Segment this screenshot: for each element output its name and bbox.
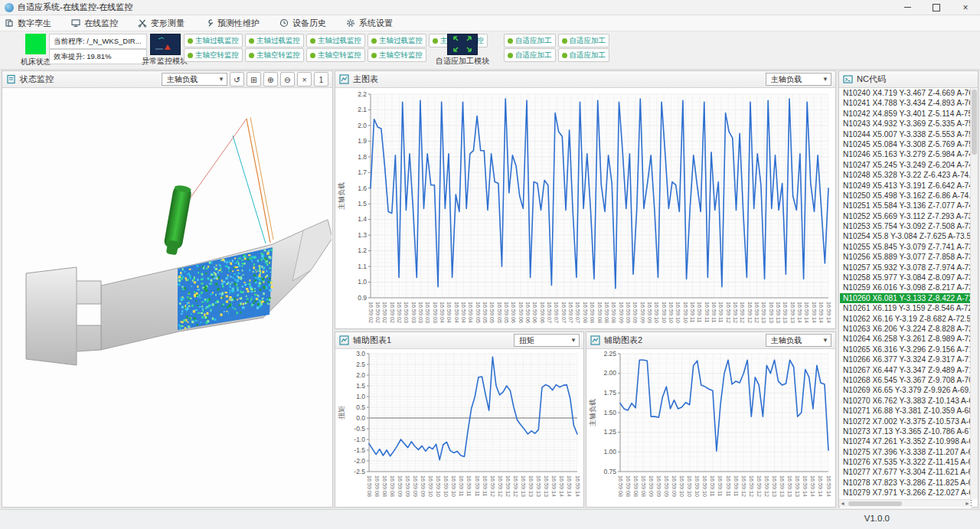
adaptive-machining-button-4[interactable]: 自适应加工 [558, 48, 610, 62]
menu-item-3[interactable]: 变形测量 [138, 18, 185, 29]
nc-line[interactable]: N10274 X7.261 Y-3.352 Z-10.998 A-66.67 [840, 436, 972, 446]
menu-item-6[interactable]: 系统设置 [346, 18, 393, 29]
nc-line[interactable]: N10265 X6.316 Y-3.296 Z-9.156 A-71.771 [840, 345, 972, 354]
nc-line[interactable]: N10254 X5.8 Y-3.084 Z-7.625 A-73.571 C [840, 231, 972, 241]
aux-chart1-dropdown[interactable]: 扭矩▼ [514, 334, 580, 347]
idle-monitor-button-2[interactable]: 主轴空转监控 [245, 48, 304, 62]
svg-text:16:59:10: 16:59:10 [427, 475, 434, 497]
overload-monitor-button-3[interactable]: 主轴过载监控 [306, 34, 365, 47]
scroll-left-arrow-icon[interactable]: ◄ [840, 501, 845, 506]
nc-line[interactable]: N10267 X6.447 Y-3.347 Z-9.489 A-71.055 [840, 365, 972, 375]
minimize-button[interactable] [893, 0, 922, 15]
svg-text:2.00: 2.00 [603, 369, 616, 377]
idle-monitor-button-4[interactable]: 主轴空转监控 [368, 48, 426, 62]
svg-text:16:59:12: 16:59:12 [753, 302, 760, 323]
nc-line[interactable]: N10250 X5.498 Y-3.162 Z-6.86 A-74.178 C [840, 191, 972, 201]
menu-item-4[interactable]: 预测性维护 [204, 18, 260, 29]
scrollbar-thumb[interactable] [848, 501, 902, 506]
adaptive-module-thumbnail[interactable] [447, 34, 478, 55]
nc-line[interactable]: N10275 X7.396 Y-3.338 Z-11.207 A-65.95 [840, 447, 972, 457]
view-mode-dropdown[interactable]: 主轴负载▼ [162, 73, 227, 86]
overload-monitor-button-4[interactable]: 主轴过载监控 [368, 34, 426, 47]
nc-line[interactable]: N10256 X5.889 Y-3.077 Z-7.858 A-73.348 [840, 252, 972, 262]
status-indicator-icon [371, 53, 377, 58]
zoom-in-icon[interactable]: ⊕ [263, 72, 278, 87]
svg-text:16:59:10: 16:59:10 [701, 475, 708, 497]
nc-line[interactable]: N10251 X5.584 Y-3.136 Z-7.077 A-74.012 [840, 201, 972, 211]
nc-line[interactable]: N10253 X5.754 Y-3.092 Z-7.508 A-73.677 [840, 221, 972, 231]
svg-text:16:59:12: 16:59:12 [740, 475, 747, 497]
svg-text:0.5: 0.5 [356, 403, 365, 411]
nc-line[interactable]: N10269 X6.65 Y-3.379 Z-9.926 A-69.947 C [840, 385, 972, 395]
model-3d-viewport[interactable] [3, 88, 332, 506]
menu-item-2[interactable]: 在线监控 [71, 18, 118, 29]
nc-vertical-scrollbar[interactable] [970, 88, 978, 499]
abnormal-module-thumbnail[interactable] [150, 34, 181, 55]
nc-line[interactable]: N10278 X7.823 Y-3.286 Z-11.825 A-63.73 [840, 478, 972, 488]
nc-line-selected[interactable]: N10260 X6.081 Y-3.133 Z-8.422 A-72.835 [840, 293, 972, 303]
svg-text:16:59:06: 16:59:06 [539, 302, 546, 323]
svg-text:16:59:08: 16:59:08 [366, 475, 373, 497]
view-preset-button[interactable]: 1 [314, 72, 328, 87]
nc-line[interactable]: N10245 X5.084 Y-3.308 Z-5.769 A-75.088 [840, 139, 972, 149]
orbit-icon[interactable]: ↺ [230, 72, 244, 87]
svg-text:16:59:05: 16:59:05 [503, 302, 510, 323]
nc-line[interactable]: N10244 X5.007 Y-3.338 Z-5.553 A-75.297 [840, 129, 972, 139]
nc-line[interactable]: N10272 X7.002 Y-3.375 Z-10.573 A-68.05 [840, 416, 972, 426]
status-indicator-icon [433, 38, 438, 44]
svg-text:16:59:11: 16:59:11 [733, 475, 740, 496]
scrollbar-thumb[interactable] [972, 90, 977, 155]
overload-monitor-button-2[interactable]: 主轴过载监控 [245, 34, 304, 47]
nc-line[interactable]: N10242 X4.859 Y-3.401 Z-5.114 A-75.775 [840, 109, 972, 119]
pan-icon[interactable]: ⊞ [247, 72, 261, 87]
svg-text:16:59:09: 16:59:09 [671, 475, 678, 497]
adaptive-machining-button-2[interactable]: 自适应加工 [558, 34, 610, 47]
main-chart-dropdown[interactable]: 主轴负载▼ [766, 73, 831, 86]
nc-line[interactable]: N10273 X7.13 Y-3.365 Z-10.786 A-67.372 [840, 426, 972, 436]
adaptive-machining-button-3[interactable]: 自适应加工 [504, 48, 556, 62]
scroll-right-arrow-icon[interactable]: ► [965, 501, 970, 506]
menu-item-5[interactable]: 设备历史 [279, 18, 326, 29]
nc-horizontal-scrollbar[interactable]: ◄ ► [839, 499, 971, 507]
aux-chart2-panel: 辅助图表2 主轴负载▼ 16:59:0816:59:0816:59:0816:5… [586, 331, 836, 508]
overload-monitor-button-1[interactable]: 主轴过载监控 [184, 34, 243, 47]
nc-line[interactable]: N10277 X7.677 Y-3.304 Z-11.621 A-64.48 [840, 467, 972, 477]
nc-code-list[interactable]: N10240 X4.719 Y-3.467 Z-4.669 A-76.396N1… [840, 88, 972, 508]
svg-text:16:59:05: 16:59:05 [482, 302, 488, 323]
app-window: 自适应系统-在线监控-在线监控 × 数字孪生在线监控变形测量预测性维护设备历史系… [0, 0, 980, 529]
nc-line[interactable]: N10255 X5.845 Y-3.079 Z-7.741 A-73.458 [840, 242, 972, 252]
nc-line[interactable]: N10271 X6.88 Y-3.381 Z-10.359 A-68.711 [840, 406, 972, 416]
menu-item-1[interactable]: 数字孪生 [5, 18, 51, 29]
nc-line[interactable]: N10241 X4.788 Y-3.434 Z-4.893 A-76.062 [840, 98, 972, 108]
svg-text:16:59:10: 16:59:10 [668, 302, 675, 323]
idle-monitor-button-3[interactable]: 主轴空转监控 [306, 48, 365, 62]
nc-line[interactable]: N10258 X5.977 Y-3.084 Z-8.097 A-73.138 [840, 273, 972, 282]
nc-line[interactable]: N10252 X5.669 Y-3.112 Z-7.293 A-73.844 [840, 211, 972, 221]
nc-line[interactable]: N10259 X6.016 Y-3.098 Z-8.217 A-73.036 [840, 282, 972, 292]
status-row: 机床状态 当前程序: /_N_WKS_DIR... 效率提升: 19.81% 异… [0, 31, 980, 70]
nc-line[interactable]: N10257 X5.932 Y-3.078 Z-7.974 A-73.243 [840, 263, 972, 273]
nc-line[interactable]: N10268 X6.545 Y-3.367 Z-9.708 A-70.519 [840, 375, 972, 385]
nc-line[interactable]: N10247 X5.245 Y-3.249 Z-6.204 A-74.701 [840, 160, 972, 170]
nc-line[interactable]: N10266 X6.377 Y-3.324 Z-9.317 A-71.443 [840, 354, 972, 364]
nc-line[interactable]: N10263 X6.206 Y-3.224 Z-8.828 A-72.33 C [840, 324, 972, 334]
nc-line[interactable]: N10276 X7.535 Y-3.322 Z-11.415 A-65.22 [840, 457, 972, 467]
fit-view-icon[interactable]: × [297, 72, 312, 87]
zoom-out-icon[interactable]: ⊖ [280, 72, 295, 87]
close-button[interactable]: × [951, 0, 980, 15]
svg-text:16:59:11: 16:59:11 [474, 475, 481, 496]
nc-line[interactable]: N10243 X4.932 Y-3.369 Z-5.335 A-75.523 [840, 119, 972, 129]
aux-chart2-dropdown[interactable]: 主轴负载▼ [766, 334, 831, 347]
nc-line[interactable]: N10264 X6.258 Y-3.261 Z-8.989 A-72.072 [840, 334, 972, 344]
nc-line[interactable]: N10246 X5.163 Y-3.279 Z-5.984 A-74.892 [840, 149, 972, 159]
nc-line[interactable]: N10249 X5.413 Y-3.191 Z-6.642 A-74.346 [840, 181, 972, 191]
nc-line[interactable]: N10248 X5.328 Y-3.22 Z-6.423 A-74.52 C [840, 170, 972, 180]
nc-line[interactable]: N10262 X6.16 Y-3.19 Z-8.682 A-72.534 C [840, 314, 972, 324]
nc-line[interactable]: N10270 X6.762 Y-3.383 Z-10.143 A-69.34 [840, 396, 972, 406]
nc-line[interactable]: N10279 X7.971 Y-3.266 Z-12.027 A-62.98 [840, 488, 972, 498]
maximize-button[interactable] [922, 0, 951, 15]
nc-line[interactable]: N10240 X4.719 Y-3.467 Z-4.669 A-76.396 [840, 88, 972, 98]
nc-line[interactable]: N10261 X6.119 Y-3.159 Z-8.546 A-72.701 [840, 303, 972, 313]
idle-monitor-button-1[interactable]: 主轴空转监控 [184, 48, 243, 62]
adaptive-machining-button-1[interactable]: 自适应加工 [504, 34, 556, 47]
